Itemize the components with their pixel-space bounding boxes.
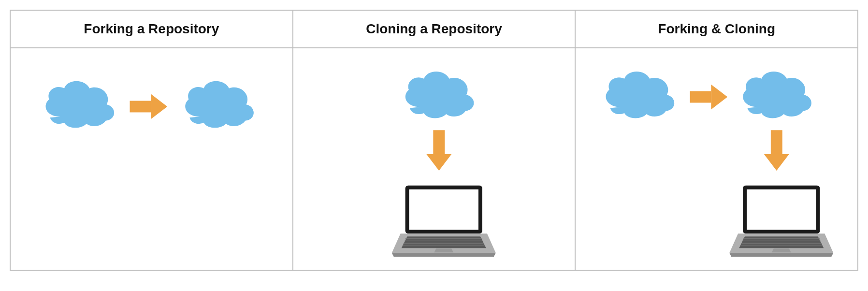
svg-marker-23 [772, 248, 791, 252]
cloud-icon [606, 72, 675, 118]
cloud-icon [45, 81, 114, 128]
forking-svg [11, 48, 292, 270]
header-text: Forking a Repository [84, 21, 219, 36]
forking-cloning-diagram [575, 48, 858, 270]
column-header-cloning: Cloning a Repository [293, 10, 576, 48]
forking-cloning-svg [576, 48, 857, 270]
svg-rect-14 [690, 91, 711, 103]
cloning-svg [293, 48, 575, 270]
svg-marker-21 [730, 253, 834, 257]
svg-rect-16 [771, 130, 782, 154]
cloning-diagram [293, 48, 576, 270]
svg-marker-15 [711, 85, 728, 110]
header-text: Forking & Cloning [658, 21, 775, 36]
arrow-down-icon [764, 130, 789, 171]
svg-marker-1 [151, 94, 167, 119]
column-header-forking-cloning: Forking & Cloning [575, 10, 858, 48]
cloud-icon [405, 72, 474, 118]
forking-diagram [10, 48, 293, 270]
svg-rect-5 [409, 189, 478, 230]
cloud-icon [185, 81, 254, 128]
arrow-right-icon [690, 85, 728, 110]
laptop-icon [391, 186, 495, 257]
svg-marker-7 [391, 253, 495, 257]
arrow-down-icon [426, 130, 451, 171]
svg-marker-17 [764, 154, 789, 171]
svg-rect-19 [747, 189, 816, 230]
svg-marker-3 [426, 154, 451, 171]
column-header-forking: Forking a Repository [10, 10, 293, 48]
svg-rect-2 [433, 130, 445, 154]
comparison-table: Forking a Repository Cloning a Repositor… [10, 10, 858, 271]
svg-rect-0 [130, 101, 151, 113]
svg-marker-9 [434, 248, 453, 252]
cloud-icon [743, 72, 812, 118]
arrow-right-icon [130, 94, 168, 119]
laptop-icon [730, 186, 834, 257]
header-text: Cloning a Repository [366, 21, 502, 36]
